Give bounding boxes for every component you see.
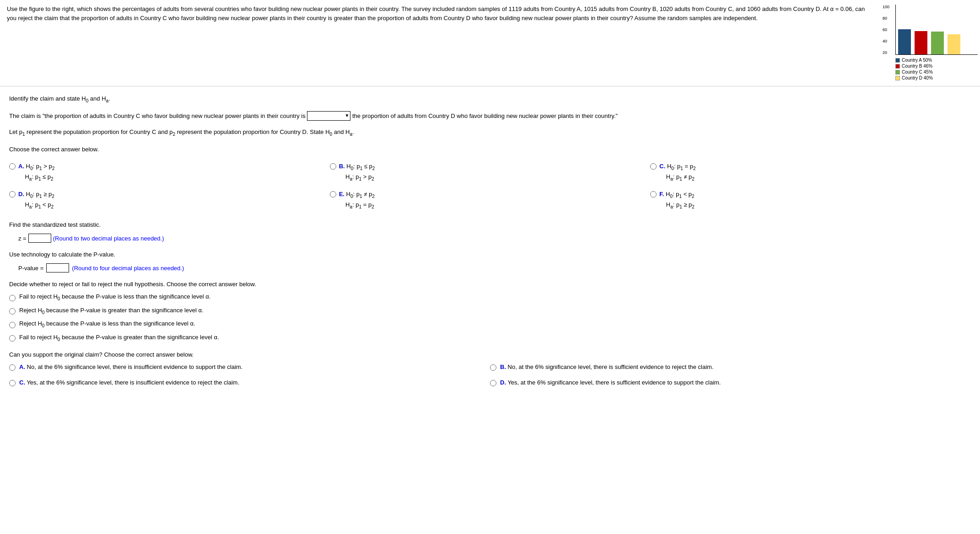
choice-a: A. H0: p1 > p2 Ha: p1 ≤ p2 (9, 160, 330, 184)
choice-d-letter: D. (18, 191, 24, 198)
z-label: z = (18, 233, 27, 244)
radio-d[interactable] (9, 191, 16, 198)
radio-support-c[interactable] (9, 380, 16, 386)
problem-description: Use the figure to the right, which shows… (7, 5, 865, 21)
claim-row: The claim is "the proportion of adults i… (9, 111, 971, 121)
radio-b[interactable] (330, 163, 336, 170)
let-p-text: Let p1 represent the population proporti… (9, 128, 354, 135)
choice-a-letter: A. (18, 163, 24, 170)
radio-c[interactable] (650, 163, 657, 170)
legend-color-c (895, 70, 900, 75)
support-choice-d-label: D. Yes, at the 6% significance level, th… (500, 378, 721, 387)
reject-instruction: Decide whether to reject or fail to reje… (9, 279, 971, 289)
reject-choice-4-label: Fail to reject H0 because the P-value is… (19, 333, 219, 343)
legend-b: Country B 46% (895, 64, 933, 69)
choice-e: E. H0: p1 ≠ p2 Ha: p1 = p2 (330, 188, 651, 212)
legend-a: Country A 50% (895, 58, 933, 63)
radio-support-b[interactable] (490, 364, 496, 371)
pvalue-input[interactable] (46, 263, 69, 272)
radio-support-d[interactable] (490, 380, 496, 386)
legend-color-d (895, 76, 900, 80)
pvalue-instruction: Use technology to calculate the P-value. (9, 249, 971, 260)
reject-choices: Fail to reject H0 because the P-value is… (9, 292, 971, 342)
radio-reject-3[interactable] (9, 322, 16, 328)
radio-reject-2[interactable] (9, 308, 16, 315)
problem-text: Use the figure to the right, which shows… (7, 5, 872, 81)
choice-b-label: B. H0: p1 ≤ p2 Ha: p1 > p2 (339, 162, 375, 182)
claim-dropdown-wrapper[interactable]: greater than less than equal to not equa… (307, 111, 350, 121)
bar-d (948, 34, 960, 54)
pvalue-hint: (Round to four decimal places as needed.… (72, 263, 184, 273)
legend-d: Country D 40% (895, 75, 933, 80)
support-claim-section: Can you support the original claim? Choo… (9, 349, 971, 390)
support-choice-b: B. No, at the 6% significance level, the… (490, 363, 971, 372)
top-section: Use the figure to the right, which shows… (0, 0, 980, 86)
bar-a (898, 29, 911, 54)
radio-a[interactable] (9, 163, 16, 170)
choice-f-label: F. H0: p1 < p2 Ha: p1 ≥ p2 (659, 190, 695, 210)
support-choice-b-label: B. No, at the 6% significance level, the… (500, 363, 714, 372)
choice-d-label: D. H0: p1 ≥ p2 Ha: p1 < p2 (18, 190, 54, 210)
support-choice-d: D. Yes, at the 6% significance level, th… (490, 378, 971, 387)
reject-choice-1: Fail to reject H0 because the P-value is… (9, 292, 971, 302)
radio-f[interactable] (650, 191, 657, 198)
choice-b: B. H0: p1 ≤ p2 Ha: p1 > p2 (330, 160, 651, 184)
chart-legend: Country A 50% Country B 46% Country C 45… (895, 58, 933, 81)
pvalue-row: P-value = (Round to four decimal places … (18, 263, 971, 273)
chart-area: 100 80 60 40 20 (882, 5, 973, 81)
choice-c-letter: C. (659, 163, 665, 170)
let-p-row: Let p1 represent the population proporti… (9, 127, 971, 139)
choice-a-label: A. H0: p1 > p2 Ha: p1 ≤ p2 (18, 162, 54, 182)
choose-correct-row: Choose the correct answer below. (9, 144, 971, 155)
z-hint: (Round to two decimal places as needed.) (53, 233, 164, 244)
support-claim-choices: A. No, at the 6% significance level, the… (9, 363, 971, 390)
choice-c: C. H0: p1 = p2 Ha: p1 ≠ p2 (650, 160, 971, 184)
reject-choice-1-label: Fail to reject H0 because the P-value is… (19, 292, 210, 302)
choice-f-letter: F. (659, 191, 664, 198)
radio-support-a[interactable] (9, 364, 16, 371)
reject-choice-4: Fail to reject H0 because the P-value is… (9, 333, 971, 343)
test-stat-section: Find the standardized test statistic. z … (9, 219, 971, 244)
claim-dropdown[interactable]: greater than less than equal to not equa… (307, 111, 350, 121)
support-claim-instruction: Can you support the original claim? Choo… (9, 349, 971, 360)
claim-prefix: The claim is "the proportion of adults i… (9, 112, 307, 119)
reject-section: Decide whether to reject or fail to reje… (9, 279, 971, 343)
legend-color-a (895, 58, 900, 63)
bar-chart (895, 5, 978, 55)
reject-choice-3-label: Reject H0 because the P-value is less th… (19, 319, 195, 329)
choose-correct-label: Choose the correct answer below. (9, 146, 99, 153)
radio-reject-4[interactable] (9, 335, 16, 342)
choice-d: D. H0: p1 ≥ p2 Ha: p1 < p2 (9, 188, 330, 212)
legend-c: Country C 45% (895, 69, 933, 75)
y-axis-labels: 100 80 60 40 20 (883, 5, 889, 55)
support-choice-a: A. No, at the 6% significance level, the… (9, 363, 490, 372)
choice-e-label: E. H0: p1 ≠ p2 Ha: p1 = p2 (339, 190, 375, 210)
identify-claim-section: Identify the claim and state H0 and Ha. (9, 93, 971, 105)
bar-c (931, 32, 944, 54)
radio-reject-1[interactable] (9, 295, 16, 301)
radio-e[interactable] (330, 191, 336, 198)
test-stat-instruction: Find the standardized test statistic. (9, 219, 971, 230)
reject-choice-2-label: Reject H0 because the P-value is greater… (19, 306, 204, 316)
reject-choice-2: Reject H0 because the P-value is greater… (9, 306, 971, 316)
choice-c-label: C. H0: p1 = p2 Ha: p1 ≠ p2 (659, 162, 695, 182)
support-choice-c-label: C. Yes, at the 6% significance level, th… (19, 378, 239, 387)
choice-e-letter: E. (339, 191, 345, 198)
bar-b (915, 31, 927, 54)
choice-f: F. H0: p1 < p2 Ha: p1 ≥ p2 (650, 188, 971, 212)
main-section: Identify the claim and state H0 and Ha. … (0, 86, 980, 403)
hypothesis-choices-grid: A. H0: p1 > p2 Ha: p1 ≤ p2 B. H0: p1 ≤ p… (9, 160, 971, 212)
claim-suffix: the proportion of adults from Country D … (352, 112, 618, 119)
support-choice-a-label: A. No, at the 6% significance level, the… (19, 363, 242, 372)
pvalue-section: Use technology to calculate the P-value.… (9, 249, 971, 273)
support-choice-c: C. Yes, at the 6% significance level, th… (9, 378, 490, 387)
pvalue-label: P-value = (18, 263, 43, 273)
z-input[interactable] (28, 234, 51, 243)
legend-color-b (895, 64, 900, 69)
choice-b-letter: B. (339, 163, 345, 170)
reject-choice-3: Reject H0 because the P-value is less th… (9, 319, 971, 329)
identify-instruction: Identify the claim and state H0 and Ha. (9, 93, 971, 105)
z-row: z = (Round to two decimal places as need… (18, 233, 971, 244)
